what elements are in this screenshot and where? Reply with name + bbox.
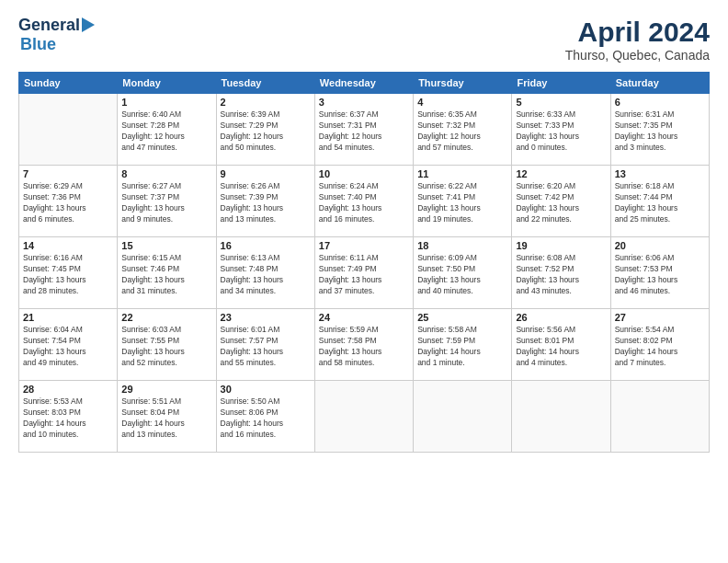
day-number: 24 (319, 312, 409, 323)
calendar-cell-w0-d6: 6Sunrise: 6:31 AM Sunset: 7:35 PM Daylig… (610, 94, 709, 166)
day-number: 9 (221, 168, 311, 179)
calendar-cell-w1-d0: 7Sunrise: 6:29 AM Sunset: 7:36 PM Daylig… (19, 166, 118, 237)
day-info: Sunrise: 6:26 AM Sunset: 7:39 PM Dayligh… (221, 181, 311, 225)
calendar-cell-w3-d4: 25Sunrise: 5:58 AM Sunset: 7:59 PM Dayli… (414, 309, 512, 381)
day-number: 8 (121, 168, 211, 179)
calendar-cell-w4-d3 (314, 381, 413, 453)
page: General Blue April 2024 Thurso, Quebec, … (0, 0, 728, 563)
calendar-cell-w2-d2: 16Sunrise: 6:13 AM Sunset: 7:48 PM Dayli… (216, 237, 314, 309)
calendar-cell-w1-d2: 9Sunrise: 6:26 AM Sunset: 7:39 PM Daylig… (216, 166, 314, 237)
calendar-cell-w0-d2: 2Sunrise: 6:39 AM Sunset: 7:29 PM Daylig… (216, 94, 314, 166)
day-number: 29 (121, 384, 211, 395)
header: General Blue April 2024 Thurso, Quebec, … (18, 17, 710, 63)
day-info: Sunrise: 6:35 AM Sunset: 7:32 PM Dayligh… (417, 109, 507, 154)
day-info: Sunrise: 6:01 AM Sunset: 7:57 PM Dayligh… (221, 325, 311, 369)
day-number: 19 (516, 240, 606, 251)
day-number: 25 (417, 312, 507, 323)
day-info: Sunrise: 5:54 AM Sunset: 8:02 PM Dayligh… (615, 325, 705, 369)
calendar-cell-w0-d4: 4Sunrise: 6:35 AM Sunset: 7:32 PM Daylig… (414, 94, 512, 166)
logo: General Blue (18, 17, 95, 54)
calendar-cell-w0-d1: 1Sunrise: 6:40 AM Sunset: 7:28 PM Daylig… (118, 94, 216, 166)
day-number: 5 (516, 97, 606, 108)
day-number: 7 (23, 168, 113, 179)
calendar-header-row: Sunday Monday Tuesday Wednesday Thursday… (19, 73, 710, 94)
day-info: Sunrise: 6:29 AM Sunset: 7:36 PM Dayligh… (23, 181, 113, 225)
logo-general-text: General (18, 17, 80, 35)
col-monday: Monday (118, 73, 216, 94)
day-number: 6 (615, 97, 705, 108)
day-info: Sunrise: 5:58 AM Sunset: 7:59 PM Dayligh… (417, 325, 507, 369)
day-info: Sunrise: 6:37 AM Sunset: 7:31 PM Dayligh… (319, 109, 409, 154)
day-info: Sunrise: 6:15 AM Sunset: 7:46 PM Dayligh… (121, 253, 211, 297)
week-row-0: 1Sunrise: 6:40 AM Sunset: 7:28 PM Daylig… (19, 94, 710, 166)
day-info: Sunrise: 5:59 AM Sunset: 7:58 PM Dayligh… (319, 325, 409, 369)
day-info: Sunrise: 6:08 AM Sunset: 7:52 PM Dayligh… (516, 253, 606, 297)
day-info: Sunrise: 6:22 AM Sunset: 7:41 PM Dayligh… (417, 181, 507, 225)
day-number: 21 (23, 312, 113, 323)
day-number: 11 (417, 168, 507, 179)
day-number: 23 (221, 312, 311, 323)
day-info: Sunrise: 6:04 AM Sunset: 7:54 PM Dayligh… (23, 325, 113, 369)
week-row-4: 28Sunrise: 5:53 AM Sunset: 8:03 PM Dayli… (19, 381, 710, 453)
calendar-cell-w2-d1: 15Sunrise: 6:15 AM Sunset: 7:46 PM Dayli… (118, 237, 216, 309)
day-info: Sunrise: 6:31 AM Sunset: 7:35 PM Dayligh… (615, 109, 705, 154)
day-info: Sunrise: 6:13 AM Sunset: 7:48 PM Dayligh… (221, 253, 311, 297)
week-row-3: 21Sunrise: 6:04 AM Sunset: 7:54 PM Dayli… (19, 309, 710, 381)
day-number: 30 (221, 384, 311, 395)
calendar-cell-w0-d3: 3Sunrise: 6:37 AM Sunset: 7:31 PM Daylig… (314, 94, 413, 166)
week-row-2: 14Sunrise: 6:16 AM Sunset: 7:45 PM Dayli… (19, 237, 710, 309)
calendar-cell-w4-d2: 30Sunrise: 5:50 AM Sunset: 8:06 PM Dayli… (216, 381, 314, 453)
calendar-cell-w4-d6 (610, 381, 709, 453)
day-number: 28 (23, 384, 113, 395)
day-number: 3 (319, 97, 409, 108)
day-number: 15 (121, 240, 211, 251)
calendar-cell-w2-d4: 18Sunrise: 6:09 AM Sunset: 7:50 PM Dayli… (414, 237, 512, 309)
calendar-cell-w4-d1: 29Sunrise: 5:51 AM Sunset: 8:04 PM Dayli… (118, 381, 216, 453)
day-number: 18 (417, 240, 507, 251)
day-info: Sunrise: 6:27 AM Sunset: 7:37 PM Dayligh… (121, 181, 211, 225)
day-info: Sunrise: 6:33 AM Sunset: 7:33 PM Dayligh… (516, 109, 606, 154)
day-number: 12 (516, 168, 606, 179)
calendar-cell-w0-d5: 5Sunrise: 6:33 AM Sunset: 7:33 PM Daylig… (512, 94, 610, 166)
calendar-cell-w1-d3: 10Sunrise: 6:24 AM Sunset: 7:40 PM Dayli… (314, 166, 413, 237)
day-number: 16 (221, 240, 311, 251)
day-number: 26 (516, 312, 606, 323)
calendar-cell-w4-d4 (414, 381, 512, 453)
day-info: Sunrise: 6:11 AM Sunset: 7:49 PM Dayligh… (319, 253, 409, 297)
col-sunday: Sunday (19, 73, 118, 94)
calendar-cell-w2-d6: 20Sunrise: 6:06 AM Sunset: 7:53 PM Dayli… (610, 237, 709, 309)
day-info: Sunrise: 6:03 AM Sunset: 7:55 PM Dayligh… (121, 325, 211, 369)
day-info: Sunrise: 5:50 AM Sunset: 8:06 PM Dayligh… (221, 396, 311, 441)
calendar-cell-w2-d3: 17Sunrise: 6:11 AM Sunset: 7:49 PM Dayli… (314, 237, 413, 309)
calendar-cell-w3-d5: 26Sunrise: 5:56 AM Sunset: 8:01 PM Dayli… (512, 309, 610, 381)
col-saturday: Saturday (610, 73, 709, 94)
day-info: Sunrise: 6:18 AM Sunset: 7:44 PM Dayligh… (615, 181, 705, 225)
calendar-table: Sunday Monday Tuesday Wednesday Thursday… (18, 72, 710, 453)
day-info: Sunrise: 6:16 AM Sunset: 7:45 PM Dayligh… (23, 253, 113, 297)
calendar-cell-w3-d6: 27Sunrise: 5:54 AM Sunset: 8:02 PM Dayli… (610, 309, 709, 381)
calendar-cell-w2-d0: 14Sunrise: 6:16 AM Sunset: 7:45 PM Dayli… (19, 237, 118, 309)
day-info: Sunrise: 6:39 AM Sunset: 7:29 PM Dayligh… (221, 109, 311, 154)
col-friday: Friday (512, 73, 610, 94)
day-info: Sunrise: 5:51 AM Sunset: 8:04 PM Dayligh… (121, 396, 211, 441)
day-number: 1 (121, 97, 211, 108)
day-info: Sunrise: 6:24 AM Sunset: 7:40 PM Dayligh… (319, 181, 409, 225)
calendar-cell-w4-d5 (512, 381, 610, 453)
calendar-cell-w3-d1: 22Sunrise: 6:03 AM Sunset: 7:55 PM Dayli… (118, 309, 216, 381)
month-title: April 2024 (565, 17, 710, 48)
logo-arrow-icon (82, 17, 95, 32)
day-number: 2 (221, 97, 311, 108)
col-wednesday: Wednesday (314, 73, 413, 94)
day-number: 10 (319, 168, 409, 179)
logo-blue-text: Blue (20, 35, 56, 54)
calendar-cell-w1-d6: 13Sunrise: 6:18 AM Sunset: 7:44 PM Dayli… (610, 166, 709, 237)
day-info: Sunrise: 6:06 AM Sunset: 7:53 PM Dayligh… (615, 253, 705, 297)
col-tuesday: Tuesday (216, 73, 314, 94)
day-number: 20 (615, 240, 705, 251)
location-subtitle: Thurso, Quebec, Canada (565, 48, 710, 63)
day-info: Sunrise: 6:09 AM Sunset: 7:50 PM Dayligh… (417, 253, 507, 297)
title-block: April 2024 Thurso, Quebec, Canada (565, 17, 710, 63)
calendar-cell-w1-d5: 12Sunrise: 6:20 AM Sunset: 7:42 PM Dayli… (512, 166, 610, 237)
calendar-cell-w1-d1: 8Sunrise: 6:27 AM Sunset: 7:37 PM Daylig… (118, 166, 216, 237)
day-info: Sunrise: 5:56 AM Sunset: 8:01 PM Dayligh… (516, 325, 606, 369)
